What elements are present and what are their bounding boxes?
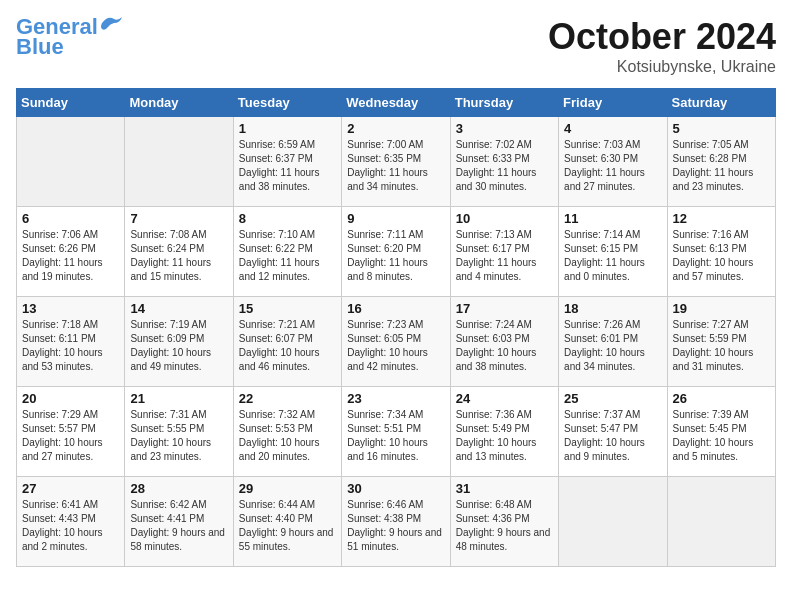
calendar-cell: 3Sunrise: 7:02 AM Sunset: 6:33 PM Daylig… [450, 117, 558, 207]
day-number: 12 [673, 211, 770, 226]
calendar-cell: 6Sunrise: 7:06 AM Sunset: 6:26 PM Daylig… [17, 207, 125, 297]
calendar-cell: 9Sunrise: 7:11 AM Sunset: 6:20 PM Daylig… [342, 207, 450, 297]
calendar-cell: 23Sunrise: 7:34 AM Sunset: 5:51 PM Dayli… [342, 387, 450, 477]
title-area: October 2024 Kotsiubynske, Ukraine [548, 16, 776, 76]
calendar-cell: 27Sunrise: 6:41 AM Sunset: 4:43 PM Dayli… [17, 477, 125, 567]
calendar-cell: 15Sunrise: 7:21 AM Sunset: 6:07 PM Dayli… [233, 297, 341, 387]
calendar-week-3: 13Sunrise: 7:18 AM Sunset: 6:11 PM Dayli… [17, 297, 776, 387]
day-info: Sunrise: 7:32 AM Sunset: 5:53 PM Dayligh… [239, 408, 336, 464]
calendar-cell: 13Sunrise: 7:18 AM Sunset: 6:11 PM Dayli… [17, 297, 125, 387]
calendar-cell: 11Sunrise: 7:14 AM Sunset: 6:15 PM Dayli… [559, 207, 667, 297]
day-info: Sunrise: 7:03 AM Sunset: 6:30 PM Dayligh… [564, 138, 661, 194]
logo: General Blue [16, 16, 122, 58]
day-number: 30 [347, 481, 444, 496]
day-info: Sunrise: 7:23 AM Sunset: 6:05 PM Dayligh… [347, 318, 444, 374]
day-number: 13 [22, 301, 119, 316]
day-number: 24 [456, 391, 553, 406]
day-number: 31 [456, 481, 553, 496]
day-info: Sunrise: 6:42 AM Sunset: 4:41 PM Dayligh… [130, 498, 227, 554]
day-number: 21 [130, 391, 227, 406]
day-number: 2 [347, 121, 444, 136]
calendar-cell: 22Sunrise: 7:32 AM Sunset: 5:53 PM Dayli… [233, 387, 341, 477]
calendar-cell: 28Sunrise: 6:42 AM Sunset: 4:41 PM Dayli… [125, 477, 233, 567]
day-info: Sunrise: 6:44 AM Sunset: 4:40 PM Dayligh… [239, 498, 336, 554]
day-info: Sunrise: 6:59 AM Sunset: 6:37 PM Dayligh… [239, 138, 336, 194]
day-number: 22 [239, 391, 336, 406]
day-number: 15 [239, 301, 336, 316]
calendar-cell: 2Sunrise: 7:00 AM Sunset: 6:35 PM Daylig… [342, 117, 450, 207]
weekday-header-wednesday: Wednesday [342, 89, 450, 117]
day-number: 16 [347, 301, 444, 316]
day-number: 8 [239, 211, 336, 226]
day-number: 14 [130, 301, 227, 316]
day-info: Sunrise: 7:24 AM Sunset: 6:03 PM Dayligh… [456, 318, 553, 374]
calendar-cell [125, 117, 233, 207]
calendar-cell [17, 117, 125, 207]
day-info: Sunrise: 7:29 AM Sunset: 5:57 PM Dayligh… [22, 408, 119, 464]
calendar-cell: 20Sunrise: 7:29 AM Sunset: 5:57 PM Dayli… [17, 387, 125, 477]
calendar-body: 1Sunrise: 6:59 AM Sunset: 6:37 PM Daylig… [17, 117, 776, 567]
logo-bird-icon [100, 15, 122, 31]
calendar-cell: 1Sunrise: 6:59 AM Sunset: 6:37 PM Daylig… [233, 117, 341, 207]
day-info: Sunrise: 7:31 AM Sunset: 5:55 PM Dayligh… [130, 408, 227, 464]
day-info: Sunrise: 7:21 AM Sunset: 6:07 PM Dayligh… [239, 318, 336, 374]
calendar-cell: 7Sunrise: 7:08 AM Sunset: 6:24 PM Daylig… [125, 207, 233, 297]
day-info: Sunrise: 7:39 AM Sunset: 5:45 PM Dayligh… [673, 408, 770, 464]
day-info: Sunrise: 7:08 AM Sunset: 6:24 PM Dayligh… [130, 228, 227, 284]
calendar-cell: 8Sunrise: 7:10 AM Sunset: 6:22 PM Daylig… [233, 207, 341, 297]
day-info: Sunrise: 7:27 AM Sunset: 5:59 PM Dayligh… [673, 318, 770, 374]
weekday-header-row: SundayMondayTuesdayWednesdayThursdayFrid… [17, 89, 776, 117]
day-number: 5 [673, 121, 770, 136]
calendar-week-1: 1Sunrise: 6:59 AM Sunset: 6:37 PM Daylig… [17, 117, 776, 207]
day-info: Sunrise: 7:16 AM Sunset: 6:13 PM Dayligh… [673, 228, 770, 284]
day-info: Sunrise: 7:18 AM Sunset: 6:11 PM Dayligh… [22, 318, 119, 374]
month-title: October 2024 [548, 16, 776, 58]
day-info: Sunrise: 7:36 AM Sunset: 5:49 PM Dayligh… [456, 408, 553, 464]
weekday-header-friday: Friday [559, 89, 667, 117]
day-info: Sunrise: 7:06 AM Sunset: 6:26 PM Dayligh… [22, 228, 119, 284]
day-info: Sunrise: 7:26 AM Sunset: 6:01 PM Dayligh… [564, 318, 661, 374]
day-number: 3 [456, 121, 553, 136]
day-number: 17 [456, 301, 553, 316]
calendar-cell: 17Sunrise: 7:24 AM Sunset: 6:03 PM Dayli… [450, 297, 558, 387]
day-number: 19 [673, 301, 770, 316]
calendar-cell: 19Sunrise: 7:27 AM Sunset: 5:59 PM Dayli… [667, 297, 775, 387]
day-number: 7 [130, 211, 227, 226]
calendar-week-5: 27Sunrise: 6:41 AM Sunset: 4:43 PM Dayli… [17, 477, 776, 567]
day-number: 11 [564, 211, 661, 226]
weekday-header-monday: Monday [125, 89, 233, 117]
calendar-cell: 12Sunrise: 7:16 AM Sunset: 6:13 PM Dayli… [667, 207, 775, 297]
weekday-header-thursday: Thursday [450, 89, 558, 117]
day-info: Sunrise: 7:13 AM Sunset: 6:17 PM Dayligh… [456, 228, 553, 284]
calendar-cell: 26Sunrise: 7:39 AM Sunset: 5:45 PM Dayli… [667, 387, 775, 477]
day-info: Sunrise: 7:37 AM Sunset: 5:47 PM Dayligh… [564, 408, 661, 464]
day-info: Sunrise: 7:14 AM Sunset: 6:15 PM Dayligh… [564, 228, 661, 284]
day-number: 9 [347, 211, 444, 226]
day-number: 4 [564, 121, 661, 136]
weekday-header-sunday: Sunday [17, 89, 125, 117]
day-info: Sunrise: 7:19 AM Sunset: 6:09 PM Dayligh… [130, 318, 227, 374]
calendar-cell: 4Sunrise: 7:03 AM Sunset: 6:30 PM Daylig… [559, 117, 667, 207]
day-number: 26 [673, 391, 770, 406]
calendar-cell: 5Sunrise: 7:05 AM Sunset: 6:28 PM Daylig… [667, 117, 775, 207]
weekday-header-saturday: Saturday [667, 89, 775, 117]
day-number: 27 [22, 481, 119, 496]
calendar-cell: 31Sunrise: 6:48 AM Sunset: 4:36 PM Dayli… [450, 477, 558, 567]
day-number: 29 [239, 481, 336, 496]
day-info: Sunrise: 6:41 AM Sunset: 4:43 PM Dayligh… [22, 498, 119, 554]
logo-blue: Blue [16, 36, 64, 58]
day-info: Sunrise: 6:48 AM Sunset: 4:36 PM Dayligh… [456, 498, 553, 554]
day-number: 23 [347, 391, 444, 406]
day-number: 18 [564, 301, 661, 316]
calendar-cell [559, 477, 667, 567]
day-number: 10 [456, 211, 553, 226]
calendar-table: SundayMondayTuesdayWednesdayThursdayFrid… [16, 88, 776, 567]
day-number: 1 [239, 121, 336, 136]
day-info: Sunrise: 7:05 AM Sunset: 6:28 PM Dayligh… [673, 138, 770, 194]
calendar-cell: 10Sunrise: 7:13 AM Sunset: 6:17 PM Dayli… [450, 207, 558, 297]
calendar-week-2: 6Sunrise: 7:06 AM Sunset: 6:26 PM Daylig… [17, 207, 776, 297]
calendar-cell: 24Sunrise: 7:36 AM Sunset: 5:49 PM Dayli… [450, 387, 558, 477]
calendar-cell: 14Sunrise: 7:19 AM Sunset: 6:09 PM Dayli… [125, 297, 233, 387]
day-info: Sunrise: 7:11 AM Sunset: 6:20 PM Dayligh… [347, 228, 444, 284]
calendar-cell: 21Sunrise: 7:31 AM Sunset: 5:55 PM Dayli… [125, 387, 233, 477]
